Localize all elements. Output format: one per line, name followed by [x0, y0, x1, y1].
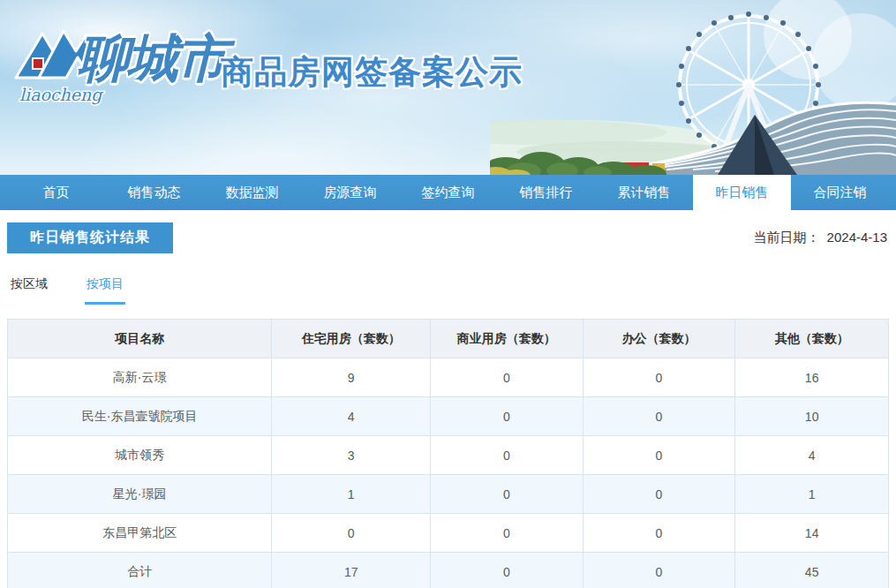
- nav-item-6[interactable]: 累计销售: [595, 175, 693, 210]
- table-cell: 0: [272, 514, 431, 553]
- table-cell: 0: [431, 514, 584, 553]
- table-cell: 4: [735, 436, 889, 475]
- table-cell: 16: [735, 358, 889, 397]
- section-header: 昨日销售统计结果 当前日期：2024-4-13: [7, 222, 889, 253]
- table-cell: 9: [272, 358, 431, 397]
- column-header: 住宅用房（套数）: [272, 320, 431, 358]
- nav-item-4[interactable]: 签约查询: [399, 175, 497, 210]
- nav-item-8[interactable]: 合同注销: [791, 175, 889, 210]
- table-cell: 17: [272, 553, 431, 588]
- table-row: 民生·东昌壹號院项目40010: [8, 397, 889, 436]
- column-header: 办公（套数）: [583, 320, 735, 358]
- current-date-value: 2024-4-13: [827, 230, 887, 245]
- table-cell: 14: [735, 514, 889, 553]
- nav-item-5[interactable]: 销售排行: [497, 175, 595, 210]
- site-banner: liaocheng 聊城市 商品房网签备案公示: [0, 0, 896, 175]
- current-date-label: 当前日期：: [754, 230, 820, 245]
- table-row: 城市领秀3004: [8, 436, 889, 475]
- logo-calligraphy: 聊城市: [78, 25, 226, 94]
- table-cell: 城市领秀: [8, 436, 272, 475]
- table-cell: 1: [735, 475, 889, 514]
- nav-item-2[interactable]: 数据监测: [203, 175, 301, 210]
- nav-item-7[interactable]: 昨日销售: [693, 175, 791, 210]
- table-row: 星光·璟园1001: [8, 475, 889, 514]
- table-header: 项目名称住宅用房（套数）商业用房（套数）办公（套数）其他（套数）: [8, 320, 889, 358]
- table-body: 高新·云璟90016民生·东昌壹號院项目40010城市领秀3004星光·璟园10…: [8, 358, 889, 588]
- sales-stats-table: 项目名称住宅用房（套数）商业用房（套数）办公（套数）其他（套数） 高新·云璟90…: [7, 319, 889, 588]
- main-nav: 首页销售动态数据监测房源查询签约查询销售排行累计销售昨日销售合同注销: [0, 175, 896, 210]
- table-cell: 星光·璟园: [8, 475, 272, 514]
- table-cell: 高新·云璟: [8, 358, 272, 397]
- table-cell: 民生·东昌壹號院项目: [8, 397, 272, 436]
- table-cell: 0: [583, 553, 735, 588]
- table-header-row: 项目名称住宅用房（套数）商业用房（套数）办公（套数）其他（套数）: [8, 320, 889, 358]
- column-header: 项目名称: [8, 320, 272, 358]
- table-cell: 0: [583, 475, 735, 514]
- nav-item-1[interactable]: 销售动态: [105, 175, 203, 210]
- site-title: 商品房网签备案公示: [221, 50, 523, 94]
- table-cell: 0: [431, 397, 584, 436]
- table-cell: 0: [583, 514, 735, 553]
- table-row: 高新·云璟90016: [8, 358, 889, 397]
- table-cell: 3: [272, 436, 431, 475]
- table-row: 合计170045: [8, 553, 889, 588]
- table-cell: 45: [735, 553, 889, 588]
- column-header: 其他（套数）: [735, 320, 889, 358]
- table-cell: 4: [272, 397, 431, 436]
- table-row: 东昌甲第北区00014: [8, 514, 889, 553]
- current-date: 当前日期：2024-4-13: [754, 230, 889, 246]
- table-cell: 10: [735, 397, 889, 436]
- table-cell: 1: [272, 475, 431, 514]
- table-cell: 0: [431, 358, 584, 397]
- table-cell: 东昌甲第北区: [8, 514, 272, 553]
- table-cell: 合计: [8, 553, 272, 588]
- column-header: 商业用房（套数）: [431, 320, 584, 358]
- view-tab-1[interactable]: 按项目: [85, 276, 125, 305]
- view-tabs: 按区域按项目: [7, 276, 889, 305]
- content-area: 昨日销售统计结果 当前日期：2024-4-13 按区域按项目 项目名称住宅用房（…: [0, 210, 896, 588]
- table-cell: 0: [583, 358, 735, 397]
- table-cell: 0: [583, 436, 735, 475]
- view-tab-0[interactable]: 按区域: [9, 276, 49, 305]
- table-cell: 0: [431, 436, 584, 475]
- nav-item-0[interactable]: 首页: [7, 175, 105, 210]
- table-cell: 0: [431, 553, 584, 588]
- nav-item-3[interactable]: 房源查询: [301, 175, 399, 210]
- page-title: 昨日销售统计结果: [7, 222, 173, 253]
- table-cell: 0: [431, 475, 584, 514]
- table-cell: 0: [583, 397, 735, 436]
- ferris-wheel-illustration: [490, 0, 896, 175]
